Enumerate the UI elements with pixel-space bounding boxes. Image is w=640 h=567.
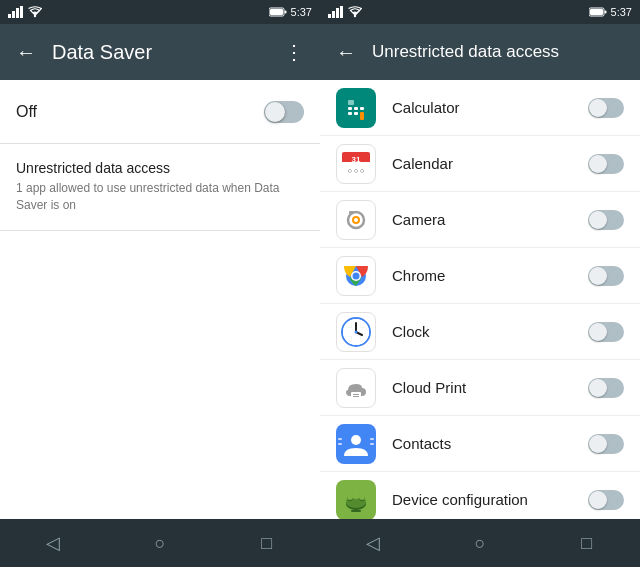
svg-rect-8: [328, 14, 331, 18]
left-back-nav-button[interactable]: ◁: [23, 519, 83, 567]
left-time: 5:37: [291, 6, 312, 18]
list-item[interactable]: Camera: [320, 192, 640, 248]
svg-text:31: 31: [352, 155, 361, 164]
list-item[interactable]: Clock: [320, 304, 640, 360]
svg-rect-11: [340, 6, 343, 18]
right-signal-icon: [328, 6, 344, 18]
svg-point-12: [354, 15, 356, 17]
left-home-button[interactable]: ○: [130, 519, 190, 567]
svg-rect-21: [354, 112, 358, 115]
clock-name: Clock: [392, 323, 572, 340]
list-item[interactable]: Calculator: [320, 80, 640, 136]
svg-rect-9: [332, 11, 335, 18]
camera-toggle[interactable]: [588, 210, 624, 230]
svg-rect-33: [349, 211, 354, 214]
svg-rect-7: [284, 11, 286, 14]
status-bar-left-icons: [8, 6, 42, 18]
calculator-toggle-knob: [589, 99, 607, 117]
chrome-toggle[interactable]: [588, 266, 624, 286]
svg-rect-64: [351, 510, 361, 512]
right-status-icons: [328, 6, 362, 18]
chrome-app-icon: [336, 256, 376, 296]
right-back-button[interactable]: ←: [336, 41, 356, 64]
svg-point-49: [351, 435, 361, 445]
calendar-toggle[interactable]: [588, 154, 624, 174]
svg-rect-50: [338, 438, 342, 440]
svg-rect-14: [590, 9, 603, 15]
app-list: Calculator 31 ○ ○ ○ Calendar: [320, 80, 640, 519]
right-home-button[interactable]: ○: [450, 519, 510, 567]
right-recents-button[interactable]: □: [557, 519, 617, 567]
svg-text:○ ○ ○: ○ ○ ○: [348, 167, 365, 174]
chrome-toggle-knob: [589, 267, 607, 285]
data-saver-toggle-row[interactable]: Off: [0, 80, 320, 144]
list-item[interactable]: Device configuration: [320, 472, 640, 519]
svg-rect-15: [604, 11, 606, 14]
cloudprint-toggle[interactable]: [588, 378, 624, 398]
contacts-toggle-knob: [589, 435, 607, 453]
camera-icon: [336, 200, 376, 240]
devconfig-name: Device configuration: [392, 491, 572, 508]
svg-rect-2: [16, 8, 19, 18]
right-bottom-nav: ◁ ○ □: [320, 519, 640, 567]
right-back-nav-button[interactable]: ◁: [343, 519, 403, 567]
left-status-bar: 5:37: [0, 0, 320, 24]
contacts-name: Contacts: [392, 435, 572, 452]
svg-point-43: [355, 330, 358, 333]
devconfig-toggle-knob: [589, 491, 607, 509]
svg-point-37: [353, 272, 360, 279]
cloudprint-name: Cloud Print: [392, 379, 572, 396]
left-title: Data Saver: [52, 41, 268, 64]
unrestricted-data-access-item[interactable]: Unrestricted data access 1 app allowed t…: [0, 144, 320, 231]
contacts-toggle[interactable]: [588, 434, 624, 454]
devconfig-icon: [336, 480, 376, 520]
data-saver-toggle[interactable]: [264, 101, 304, 123]
devconfig-toggle[interactable]: [588, 490, 624, 510]
calculator-name: Calculator: [392, 99, 572, 116]
toggle-knob: [265, 102, 285, 122]
calculator-icon: [336, 88, 376, 128]
battery-icon: [269, 7, 287, 17]
left-recents-button[interactable]: □: [237, 519, 297, 567]
left-more-button[interactable]: ⋮: [284, 40, 304, 64]
clock-app-icon: [336, 312, 376, 352]
right-battery-icon: [589, 7, 607, 17]
right-time: 5:37: [611, 6, 632, 18]
signal-icon: [8, 6, 24, 18]
list-item[interactable]: 31 ○ ○ ○ Calendar: [320, 136, 640, 192]
svg-rect-6: [270, 9, 283, 15]
clock-toggle[interactable]: [588, 322, 624, 342]
list-item[interactable]: Contacts: [320, 416, 640, 472]
right-status-right: 5:37: [589, 6, 632, 18]
right-wifi-icon: [348, 6, 362, 18]
svg-point-62: [352, 491, 360, 499]
left-top-bar: ← Data Saver ⋮: [0, 24, 320, 80]
list-item[interactable]: Chrome: [320, 248, 640, 304]
svg-point-4: [34, 15, 36, 17]
svg-rect-19: [348, 112, 352, 115]
svg-rect-53: [370, 443, 374, 445]
svg-rect-20: [354, 107, 358, 110]
contacts-icon: [336, 424, 376, 464]
svg-rect-0: [8, 14, 11, 18]
list-item[interactable]: Cloud Print: [320, 360, 640, 416]
svg-rect-51: [338, 443, 342, 445]
svg-rect-22: [360, 107, 364, 110]
right-title: Unrestricted data access: [372, 42, 624, 62]
camera-toggle-knob: [589, 211, 607, 229]
left-bottom-nav: ◁ ○ □: [0, 519, 320, 567]
svg-rect-18: [348, 107, 352, 110]
svg-rect-1: [12, 11, 15, 18]
off-label: Off: [16, 103, 37, 121]
svg-point-32: [354, 218, 358, 222]
calculator-toggle[interactable]: [588, 98, 624, 118]
chrome-name: Chrome: [392, 267, 572, 284]
info-subtitle: 1 app allowed to use unrestricted data w…: [16, 180, 304, 214]
calendar-icon: 31 ○ ○ ○: [336, 144, 376, 184]
clock-toggle-knob: [589, 323, 607, 341]
right-top-bar: ← Unrestricted data access: [320, 24, 640, 80]
left-back-button[interactable]: ←: [16, 41, 36, 64]
svg-rect-23: [360, 112, 364, 120]
wifi-icon: [28, 6, 42, 18]
cloudprint-icon: [336, 368, 376, 408]
